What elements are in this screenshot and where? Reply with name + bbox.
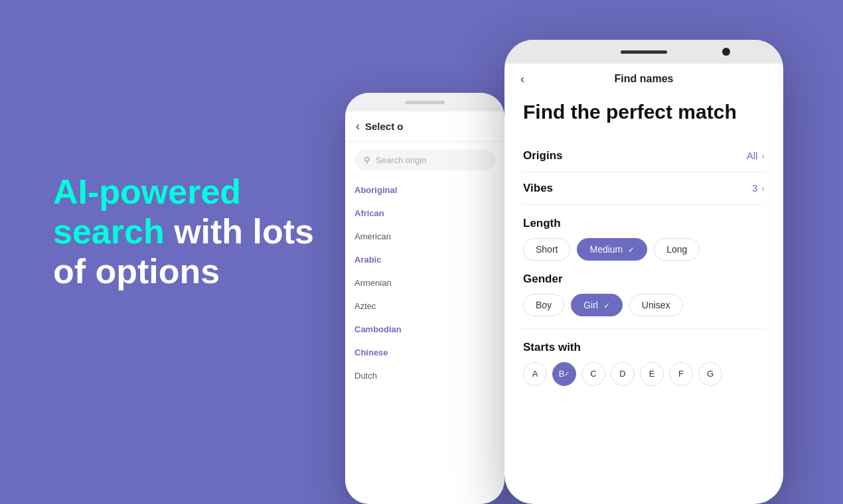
- phone-front-top-bar: [504, 40, 783, 64]
- gender-chip-unisex[interactable]: Unisex: [629, 294, 683, 316]
- alpha-chip-A[interactable]: A: [523, 362, 547, 386]
- alpha-chip-F[interactable]: F: [669, 362, 693, 386]
- gender-chips: Boy Girl ✓ Unisex: [523, 294, 765, 316]
- vibes-filter-row[interactable]: Vibes 3 ›: [523, 172, 765, 205]
- hero-line3: of options: [53, 252, 220, 290]
- origin-item-african[interactable]: African: [354, 202, 495, 225]
- origins-value-text: All: [747, 150, 758, 161]
- phone-front-header: ‹ Find names: [504, 64, 783, 94]
- phone-back-header: ‹ Select o: [345, 111, 504, 142]
- alpha-chip-B[interactable]: B ✓: [552, 362, 576, 386]
- length-chip-short[interactable]: Short: [523, 238, 570, 261]
- main-heading: Find the perfect match: [523, 101, 765, 124]
- search-origin-placeholder: Search origin: [376, 155, 427, 165]
- divider: [523, 328, 765, 329]
- origin-item-american[interactable]: American: [354, 225, 495, 248]
- hero-section: AI-powered search with lots of options: [53, 172, 332, 291]
- phone-front-title: Find names: [615, 73, 674, 85]
- front-back-arrow-icon[interactable]: ‹: [520, 72, 524, 86]
- origins-filter-value: All ›: [747, 150, 765, 161]
- starts-with-section-title: Starts with: [523, 341, 765, 354]
- origins-filter-label: Origins: [523, 149, 563, 162]
- hero-line2: with lots: [174, 212, 314, 251]
- vibes-arrow-icon: ›: [761, 183, 765, 194]
- length-section-title: Length: [523, 217, 765, 230]
- alpha-chips: A B ✓ C D E F G: [523, 362, 765, 386]
- origins-filter-row[interactable]: Origins All ›: [523, 140, 765, 172]
- hero-search-highlight: search: [53, 212, 165, 251]
- origins-list: Aboriginal African American Arabic Armen…: [345, 178, 504, 504]
- front-notch-bar: [621, 50, 667, 54]
- phone-back: ‹ Select o ⚲ Search origin Aboriginal Af…: [345, 93, 504, 504]
- origins-arrow-icon: ›: [761, 151, 765, 161]
- phone-front-body: Find the perfect match Origins All › Vib…: [504, 94, 783, 386]
- vibes-value-text: 3: [752, 182, 757, 194]
- length-chip-medium[interactable]: Medium ✓: [577, 238, 647, 261]
- gender-chip-girl[interactable]: Girl ✓: [571, 294, 623, 316]
- back-arrow-icon[interactable]: ‹: [356, 119, 360, 133]
- length-chip-long[interactable]: Long: [654, 238, 700, 261]
- phone-front: ‹ Find names Find the perfect match Orig…: [504, 40, 783, 504]
- vibes-filter-value: 3 ›: [752, 182, 765, 194]
- gender-section-title: Gender: [523, 273, 765, 286]
- phone-back-notch: [345, 93, 504, 111]
- search-origin-box[interactable]: ⚲ Search origin: [354, 150, 495, 170]
- hero-line1-highlight: AI-powered: [53, 172, 241, 211]
- origin-item-armenian[interactable]: Armenian: [354, 271, 495, 294]
- notch-bar: [405, 101, 445, 104]
- origin-item-chinese[interactable]: Chinese: [354, 341, 495, 364]
- alpha-chip-E[interactable]: E: [640, 362, 664, 386]
- gender-chip-boy[interactable]: Boy: [523, 294, 564, 316]
- vibes-filter-label: Vibes: [523, 182, 553, 195]
- origin-item-dutch[interactable]: Dutch: [354, 364, 495, 387]
- alpha-chip-D[interactable]: D: [611, 362, 635, 386]
- search-icon: ⚲: [364, 155, 370, 165]
- length-chips: Short Medium ✓ Long: [523, 238, 765, 261]
- phone-back-title: Select o: [365, 121, 404, 132]
- origin-item-arabic[interactable]: Arabic: [354, 248, 495, 271]
- origin-item-aboriginal[interactable]: Aboriginal: [354, 178, 495, 202]
- origin-item-cambodian[interactable]: Cambodian: [354, 318, 495, 341]
- front-camera: [722, 48, 730, 56]
- origin-item-aztec[interactable]: Aztec: [354, 294, 495, 318]
- alpha-chip-G[interactable]: G: [698, 362, 722, 386]
- alpha-chip-C[interactable]: C: [581, 362, 605, 386]
